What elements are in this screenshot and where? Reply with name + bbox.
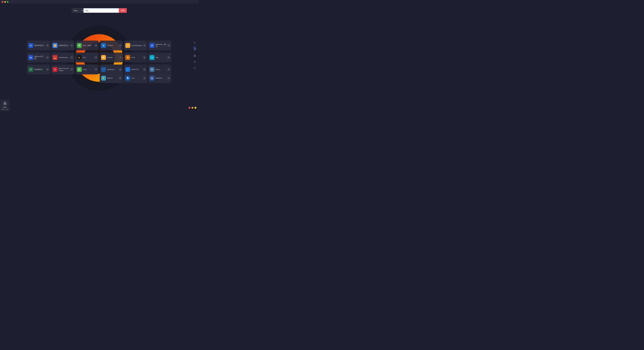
app-navidrome[interactable]: 🎵 Navidrome [100,64,123,74]
app-icon-emby: ▶ [77,67,82,72]
app-name-qinglong: 青龙面板🐉 [34,68,45,70]
app-lucy[interactable]: 📡 Lucy [124,73,147,83]
app-icon-alist: A [150,55,154,60]
tag-icon[interactable] [193,66,197,70]
close-button[interactable] [2,1,3,3]
app-name-nascab: NasCab [107,77,118,79]
app-plex[interactable]: ▶ Plex [76,52,98,62]
app-arrow-qb-dl[interactable] [46,56,49,59]
app-arrow-ddns[interactable] [143,68,146,71]
app-nastool[interactable]: N NAStool [100,40,123,50]
app-icon-navidrome: 🎵 [101,67,106,72]
bottom-dots [188,107,196,109]
app-name-guangmao: 光猫管理后台 [58,44,69,46]
app-icon-nascab: ⚡ [101,76,106,80]
app-name-plex: Plex [83,56,94,58]
app-icon-ddns: 🌐 [125,67,130,72]
search-engine-select[interactable]: Bing Google 百度 [72,8,84,13]
list-icon[interactable] [193,60,197,64]
search-bar: Bing Google 百度 搜索 [72,8,127,13]
app-arrow-readarr[interactable] [119,56,122,59]
app-icon-lucy: 📡 [125,76,130,80]
app-name-luyun: NAS（绿联） [83,44,94,46]
app-icon-luyun: 绿 [77,43,82,48]
app-arrow-qb-drama[interactable] [167,44,170,47]
app-name-navidrome: Navidrome [107,68,118,70]
app-luyun[interactable]: 绿 NAS（绿联） [76,40,98,50]
app-name-emby: Emby [83,68,94,70]
svg-point-9 [194,68,194,68]
app-talebook[interactable]: 📚 TaleBook [148,73,171,83]
app-name-talebook: TaleBook [156,77,166,79]
app-arrow-navidrome[interactable] [119,68,122,71]
switch-user-button[interactable]: Switch User [1,108,8,110]
user-panel: admin Switch User [0,99,10,111]
app-guangmao[interactable]: 📶 光猫管理后台 [51,40,74,50]
app-icon-wikijs: W [150,67,154,72]
app-arrow-talebook[interactable] [167,77,170,80]
user-name: admin [3,106,7,108]
app-name-ikaifeng: 爱快管理后台 [34,44,45,46]
app-iyuu[interactable]: ⚙ IYUU [124,52,147,62]
avatar [2,101,7,106]
apps-grid: iK 爱快管理后台 📶 光猫管理后台 绿 NAS（绿联） N NAStool 🏠… [27,40,171,76]
app-name-qb-dl: qBittorrent(下载) [34,56,45,60]
app-qb-dl[interactable]: qb qBittorrent(下载) [27,52,50,62]
svg-point-10 [4,102,6,103]
app-name-transmission: Transmission [58,56,69,58]
app-arrow-nastool[interactable] [119,44,122,47]
magnifier-icon[interactable] [194,46,196,50]
app-nascab[interactable]: ⚡ NasCab [100,73,123,83]
app-name-readarr: Readarr [107,56,118,58]
extra-row: ⚡ NasCab 📡 Lucy 📚 TaleBook [100,73,171,83]
search-input[interactable] [84,8,119,13]
app-icon-qb-drama: qb [150,43,154,48]
app-wikijs[interactable]: W Wiki.js [148,64,171,74]
app-arrow-emby[interactable] [94,68,97,71]
app-arrow-alist[interactable] [167,56,170,59]
app-arrow-transmission[interactable] [70,56,73,59]
app-icon-transmission: 📤 [52,55,58,60]
search-button[interactable]: 搜索 [119,8,127,13]
app-icon-readarr: 📖 [101,55,106,60]
app-readarr[interactable]: 📖 Readarr [100,52,123,62]
app-arrow-guangmao[interactable] [70,44,73,47]
app-icon-guangmao: 📶 [52,43,58,48]
app-ikaifeng[interactable]: iK 爱快管理后台 [27,40,50,50]
app-icon-homeassist: 🏠 [125,43,130,48]
filter-icon[interactable] [193,41,197,45]
minimize-button[interactable] [4,1,6,3]
app-arrow-luyun[interactable] [94,44,97,47]
app-name-wikijs: Wiki.js [156,68,166,70]
app-name-alist: Alist [156,56,166,58]
app-transmission[interactable]: 📤 Transmission [51,52,74,62]
app-arrow-nascab[interactable] [119,77,122,80]
right-sidebar [193,41,197,70]
app-arrow-homeassist[interactable] [143,44,146,47]
app-icon-nginx: N [52,67,58,72]
app-emby[interactable]: ▶ Emby [76,64,98,74]
app-name-nastool: NAStool [107,44,118,46]
app-name-ddns: DDNS-GO [131,68,142,70]
app-qinglong[interactable]: Q 青龙面板🐉 [27,64,50,74]
app-alist[interactable]: A Alist [148,52,171,62]
app-arrow-wikijs[interactable] [167,68,170,71]
app-icon-nastool: N [101,43,106,48]
app-homeassist[interactable]: 🏠 HomeAssistant [124,40,147,50]
dot-yellow[interactable] [192,107,194,109]
app-ddns[interactable]: 🌐 DDNS-GO [124,64,147,74]
app-nginx[interactable]: N Nginx Proxy Manager [51,64,74,74]
app-arrow-plex[interactable] [94,56,97,59]
user-icon[interactable] [193,54,197,58]
dot-red[interactable] [188,107,190,109]
app-arrow-ikaifeng[interactable] [46,44,49,47]
maximize-button[interactable] [7,1,8,3]
app-arrow-qinglong[interactable] [46,68,49,71]
app-arrow-iyuu[interactable] [143,56,146,59]
app-icon-talebook: 📚 [150,76,154,80]
app-icon-ikaifeng: iK [28,43,33,48]
app-arrow-lucy[interactable] [143,77,146,80]
app-qb-drama[interactable]: qb qBittorrent（剧流） [148,40,171,50]
dot-gold[interactable] [194,107,196,109]
app-arrow-nginx[interactable] [70,68,73,71]
